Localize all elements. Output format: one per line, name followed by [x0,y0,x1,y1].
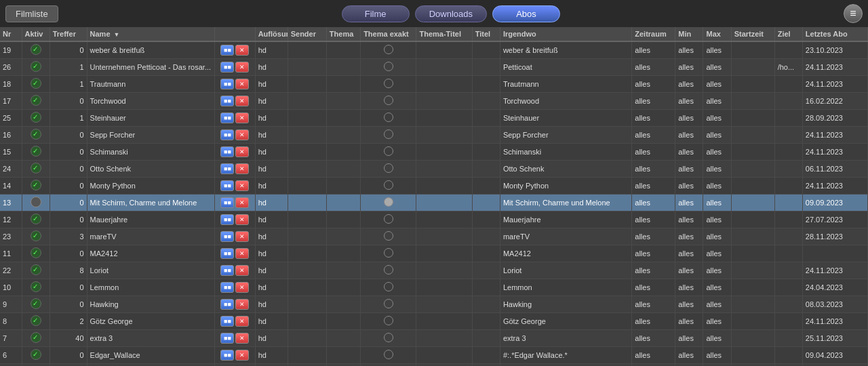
cell-actions[interactable]: ■■✕ [215,245,255,262]
cell-thema-exakt[interactable] [361,161,416,178]
cell-thema-exakt[interactable] [361,262,416,279]
cell-actions[interactable]: ■■✕ [215,313,255,330]
cell-aktiv[interactable] [22,195,50,211]
cell-actions[interactable]: ■■✕ [215,144,255,161]
delete-button[interactable]: ✕ [235,350,249,361]
table-row[interactable]: 160Sepp Forcher■■✕hdSepp Forcherallesall… [0,127,868,144]
cell-aktiv[interactable] [22,161,50,178]
col-header-ziel[interactable]: Ziel [774,27,802,41]
table-row[interactable]: 50Eberhard Feik■■✕hdEberhard Feikallesal… [0,364,868,367]
cell-actions[interactable]: ■■✕ [215,296,255,313]
delete-button[interactable]: ✕ [235,248,249,259]
delete-button[interactable]: ✕ [235,113,249,123]
delete-button[interactable]: ✕ [235,282,249,293]
delete-button[interactable]: ✕ [235,316,249,327]
edit-button[interactable]: ■■ [220,146,234,157]
col-header-max[interactable]: Max [703,27,731,41]
cell-aktiv[interactable] [22,313,50,330]
col-header-thema-titel[interactable]: Thema-Titel [416,27,472,41]
delete-button[interactable]: ✕ [235,299,249,310]
col-header-letztes[interactable]: Letztes Abo [802,27,867,41]
table-row[interactable]: 240Otto Schenk■■✕hdOtto Schenkallesalles… [0,161,868,178]
edit-button[interactable]: ■■ [220,45,234,56]
edit-button[interactable]: ■■ [220,113,234,123]
cell-thema-exakt[interactable] [361,228,416,245]
edit-button[interactable]: ■■ [220,180,234,191]
edit-button[interactable]: ■■ [220,96,234,106]
cell-aktiv[interactable] [22,347,50,364]
cell-aktiv[interactable] [22,296,50,313]
cell-thema-exakt[interactable] [361,330,416,347]
table-row[interactable]: 233mareTV■■✕hdmareTVallesallesalles28.11… [0,228,868,245]
col-header-name[interactable]: Name ▼ [87,27,215,41]
cell-actions[interactable]: ■■✕ [215,41,255,59]
downloads-button[interactable]: Downloads [415,5,487,22]
cell-actions[interactable]: ■■✕ [215,262,255,279]
col-header-zeitraum[interactable]: Zeitraum [632,27,675,41]
table-row[interactable]: 120Mauerjahre■■✕hdMauerjahreallesallesal… [0,211,868,228]
cell-aktiv[interactable] [22,211,50,228]
edit-button[interactable]: ■■ [220,265,234,276]
delete-button[interactable]: ✕ [235,96,249,106]
edit-button[interactable]: ■■ [220,299,234,310]
edit-button[interactable]: ■■ [220,316,234,327]
cell-actions[interactable]: ■■✕ [215,161,255,178]
cell-thema-exakt[interactable] [361,195,416,211]
cell-actions[interactable]: ■■✕ [215,364,255,367]
abos-button[interactable]: Abos [492,5,560,22]
col-header-titel[interactable]: Titel [472,27,500,41]
edit-button[interactable]: ■■ [220,333,234,344]
cell-aktiv[interactable] [22,245,50,262]
delete-button[interactable]: ✕ [235,180,249,191]
cell-actions[interactable]: ■■✕ [215,279,255,296]
table-row[interactable]: 140Monty Python■■✕hdMonty Pythonallesall… [0,178,868,195]
table-row[interactable]: 90Hawking■■✕hdHawkingallesallesalles08.0… [0,296,868,313]
edit-button[interactable]: ■■ [220,163,234,174]
cell-actions[interactable]: ■■✕ [215,228,255,245]
cell-actions[interactable]: ■■✕ [215,347,255,364]
table-row[interactable]: 228Loriot■■✕hdLoriotallesallesalles24.11… [0,262,868,279]
delete-button[interactable]: ✕ [235,45,249,56]
delete-button[interactable]: ✕ [235,163,249,174]
cell-thema-exakt[interactable] [361,110,416,127]
edit-button[interactable]: ■■ [220,231,234,242]
cell-thema-exakt[interactable] [361,144,416,161]
cell-aktiv[interactable] [22,144,50,161]
cell-aktiv[interactable] [22,127,50,144]
col-header-thema[interactable]: Thema [326,27,360,41]
table-row[interactable]: 150Schimanski■■✕hdSchimanskiallesallesal… [0,144,868,161]
cell-aktiv[interactable] [22,76,50,93]
table-row[interactable]: 740extra 3■■✕hdextra 3allesallesalles25.… [0,330,868,347]
cell-actions[interactable]: ■■✕ [215,330,255,347]
delete-button[interactable]: ✕ [235,79,249,89]
cell-actions[interactable]: ■■✕ [215,76,255,93]
edit-button[interactable]: ■■ [220,62,234,73]
col-header-sender[interactable]: Sender [288,27,326,41]
col-header-min[interactable]: Min [675,27,703,41]
col-header-aktiv[interactable]: Aktiv [22,27,50,41]
cell-aktiv[interactable] [22,262,50,279]
edit-button[interactable]: ■■ [220,129,234,140]
cell-aktiv[interactable] [22,110,50,127]
delete-button[interactable]: ✕ [235,333,249,344]
col-header-thema-exakt[interactable]: Thema exakt [361,27,416,41]
cell-thema-exakt[interactable] [361,93,416,110]
table-row[interactable]: 170Torchwood■■✕hdTorchwoodallesallesalle… [0,93,868,110]
table-row[interactable]: 82Götz George■■✕hdGötz Georgeallesallesa… [0,313,868,330]
cell-actions[interactable]: ■■✕ [215,110,255,127]
cell-aktiv[interactable] [22,178,50,195]
delete-button[interactable]: ✕ [235,62,249,73]
cell-actions[interactable]: ■■✕ [215,178,255,195]
delete-button[interactable]: ✕ [235,231,249,242]
cell-thema-exakt[interactable] [361,296,416,313]
cell-thema-exakt[interactable] [361,313,416,330]
cell-thema-exakt[interactable] [361,76,416,93]
edit-button[interactable]: ■■ [220,214,234,225]
filme-button[interactable]: Filme [342,5,410,22]
filmliste-button[interactable]: Filmliste [5,5,58,22]
cell-aktiv[interactable] [22,279,50,296]
col-header-nr[interactable]: Nr [0,27,22,41]
table-row[interactable]: 181Trautmann■■✕hdTrautmannallesallesalle… [0,76,868,93]
cell-aktiv[interactable] [22,41,50,59]
col-header-aufl[interactable]: Auflösung [255,27,288,41]
